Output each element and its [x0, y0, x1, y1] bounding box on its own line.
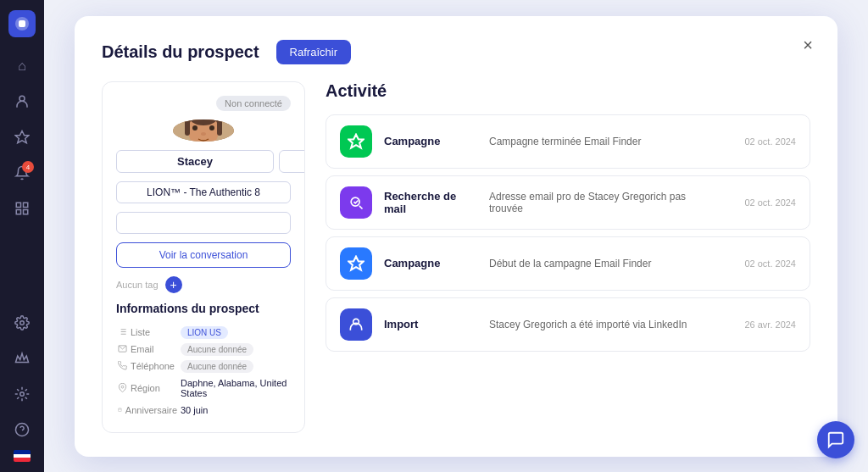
activity-type-label: Campagne — [384, 135, 477, 147]
notification-badge: 4 — [22, 161, 34, 173]
last-name-field[interactable] — [279, 150, 305, 173]
activity-date: 26 avr. 2024 — [720, 319, 796, 330]
activity-date: 02 oct. 2024 — [720, 197, 796, 208]
svg-rect-3 — [16, 203, 20, 207]
email-value-badge: Aucune donnée — [181, 343, 253, 356]
svg-rect-6 — [16, 210, 20, 214]
svg-point-38 — [351, 197, 359, 206]
help-icon[interactable] — [7, 414, 37, 445]
svg-point-2 — [19, 96, 25, 101]
activity-description: Stacey Gregorich a été importé via Linke… — [489, 319, 708, 330]
svg-rect-34 — [119, 408, 122, 412]
svg-point-22 — [201, 132, 206, 136]
info-row-region: Région Daphne, Alabama, United States — [116, 375, 291, 402]
activity-date: 02 oct. 2024 — [720, 258, 796, 269]
campaign-icon-blue — [340, 247, 372, 280]
activity-description: Campagne terminée Email Finder — [489, 136, 708, 147]
activity-item: Recherche de mail Adresse email pro de S… — [326, 175, 810, 230]
activity-type-label: Recherche de mail — [384, 190, 477, 215]
svg-point-8 — [20, 392, 25, 397]
rocket-icon[interactable] — [7, 122, 37, 153]
home-icon[interactable]: ⌂ — [7, 51, 37, 81]
campaign-icon-green — [340, 125, 372, 158]
activity-type-label: Import — [384, 318, 477, 330]
activity-list: Campagne Campagne terminée Email Finder … — [326, 114, 810, 352]
connection-status-badge: Non connecté — [216, 96, 291, 111]
birthday-value: 30 juin — [179, 402, 291, 419]
svg-point-7 — [20, 321, 25, 325]
view-conversation-button[interactable]: Voir la conversation — [116, 242, 291, 268]
modal-body: Non connecté — [102, 81, 810, 433]
info-row-list: Liste LION US — [116, 324, 291, 341]
svg-rect-5 — [24, 210, 28, 214]
svg-rect-4 — [24, 203, 28, 207]
activity-description: Début de la campagne Email Finder — [489, 258, 708, 269]
right-panel: Activité Campagne Campagne terminée Emai… — [326, 81, 810, 433]
activity-title: Activité — [326, 81, 810, 101]
settings-icon[interactable] — [7, 308, 37, 338]
close-button[interactable]: × — [795, 33, 821, 58]
modal-header: Détails du prospect Rafraîchir × — [102, 40, 810, 64]
svg-rect-24 — [185, 119, 190, 136]
avatar — [173, 119, 234, 142]
users-icon[interactable] — [7, 86, 37, 117]
prospect-info-section: Informations du prospect Liste — [116, 302, 291, 419]
list-value-badge: LION US — [181, 326, 228, 339]
svg-point-33 — [121, 386, 124, 388]
svg-rect-1 — [19, 20, 25, 27]
info-row-phone: Téléphone Aucune donnée — [116, 358, 291, 375]
language-flag[interactable] — [14, 450, 31, 462]
svg-point-21 — [209, 125, 214, 130]
info-section-title: Informations du prospect — [116, 302, 291, 315]
activity-item: Campagne Campagne terminée Email Finder … — [326, 114, 810, 169]
modal-title: Détails du prospect — [102, 42, 259, 62]
activity-item: Campagne Début de la campagne Email Find… — [326, 236, 810, 291]
mail-search-icon — [340, 186, 372, 219]
chat-bubble-button[interactable] — [817, 421, 854, 458]
svg-rect-25 — [217, 119, 222, 136]
sidebar: ⌂ 4 — [0, 0, 44, 472]
import-icon — [340, 308, 372, 341]
refresh-button[interactable]: Rafraîchir — [276, 40, 351, 64]
activity-date: 02 oct. 2024 — [720, 136, 796, 147]
grid-icon[interactable] — [7, 193, 37, 224]
bell-icon[interactable]: 4 — [7, 158, 37, 188]
tags-row: Aucun tag + — [116, 276, 291, 293]
add-tag-button[interactable]: + — [165, 276, 182, 293]
left-panel: Non connecté — [102, 81, 305, 433]
no-tag-label: Aucun tag — [116, 280, 159, 290]
name-row — [116, 150, 291, 173]
sidebar-logo — [8, 10, 36, 37]
prospect-detail-modal: Détails du prospect Rafraîchir × Non con… — [75, 16, 837, 457]
info-row-email: Email Aucune donnée — [116, 341, 291, 358]
activity-type-label: Campagne — [384, 257, 477, 269]
main-area: Détails du prospect Rafraîchir × Non con… — [44, 0, 868, 472]
activity-item: Import Stacey Gregorich a été importé vi… — [326, 297, 810, 352]
region-value: Daphne, Alabama, United States — [179, 375, 291, 402]
company-field[interactable] — [116, 181, 291, 203]
avatar-image — [173, 119, 234, 142]
info-row-birthday: Anniversaire 30 juin — [116, 402, 291, 419]
open-networker-field[interactable] — [116, 212, 291, 234]
info-table: Liste LION US — [116, 324, 291, 419]
phone-value-badge: Aucune donnée — [181, 360, 253, 373]
crown-icon[interactable] — [7, 343, 37, 374]
activity-description: Adresse email pro de Stacey Gregorich pa… — [489, 191, 708, 214]
svg-point-20 — [192, 125, 198, 130]
first-name-field[interactable] — [116, 150, 274, 173]
gear2-icon[interactable] — [7, 379, 37, 409]
